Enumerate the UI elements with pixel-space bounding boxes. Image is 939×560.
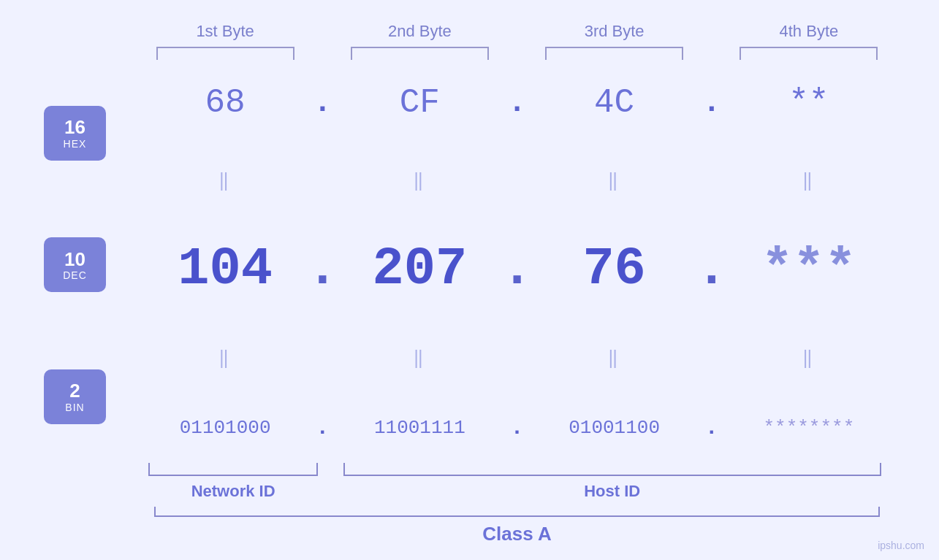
bin-byte1-value: 01101000 bbox=[180, 417, 271, 439]
hex-dot1: . bbox=[313, 88, 332, 118]
dec-byte2-col: 207 bbox=[333, 239, 506, 299]
bin-byte4-value: ******** bbox=[763, 417, 854, 439]
eq1-col4: ‖ bbox=[723, 170, 895, 191]
dec-byte4-value: *** bbox=[761, 239, 856, 299]
byte2-col-header: 2nd Byte bbox=[333, 22, 506, 60]
byte4-label: 4th Byte bbox=[780, 22, 839, 41]
eq1-col3: ‖ bbox=[528, 170, 701, 191]
eq1-col1: ‖ bbox=[139, 170, 311, 191]
bin-byte2-col: 11001111 bbox=[333, 417, 506, 439]
hex-dot3: . bbox=[702, 88, 721, 118]
dec-badge-number: 10 bbox=[64, 249, 85, 270]
bottom-section: Network ID Host ID Class A bbox=[44, 463, 895, 545]
hex-badge-name: HEX bbox=[64, 138, 87, 150]
dec-badge: 10 DEC bbox=[44, 237, 106, 292]
byte3-bracket-top bbox=[545, 47, 683, 60]
dec-byte3-col: 76 bbox=[528, 239, 701, 299]
hex-byte3-col: 4C bbox=[528, 84, 701, 122]
hex-byte3-value: 4C bbox=[594, 84, 634, 122]
equals-row-2: ‖ ‖ ‖ ‖ bbox=[139, 348, 895, 369]
main-grid: 16 HEX 10 DEC 2 BIN 68 . CF bbox=[44, 60, 895, 463]
bin-badge-name: BIN bbox=[65, 402, 84, 413]
bin-dot1: . bbox=[316, 417, 329, 439]
class-bracket-bottom bbox=[154, 507, 881, 517]
dec-byte3-value: 76 bbox=[582, 239, 645, 299]
host-bracket-bottom bbox=[343, 463, 881, 476]
dec-badge-name: DEC bbox=[63, 269, 87, 281]
dec-byte2-value: 207 bbox=[373, 239, 468, 299]
hex-badge-number: 16 bbox=[64, 117, 85, 138]
byte3-label: 3rd Byte bbox=[585, 22, 645, 41]
equals-row-1: ‖ ‖ ‖ ‖ bbox=[139, 169, 895, 191]
byte4-bracket-top bbox=[740, 47, 878, 60]
bin-dot3: . bbox=[705, 417, 718, 439]
dec-byte1-col: 104 bbox=[139, 239, 311, 299]
host-id-bracket: Host ID bbox=[329, 463, 895, 501]
hex-byte2-col: CF bbox=[333, 84, 506, 122]
class-label: Class A bbox=[482, 523, 551, 545]
host-id-label: Host ID bbox=[584, 482, 640, 501]
eq2-sym4: ‖ bbox=[802, 348, 816, 369]
hex-byte1-value: 68 bbox=[205, 84, 246, 122]
network-id-label: Network ID bbox=[191, 482, 275, 501]
eq2-col4: ‖ bbox=[723, 348, 895, 369]
byte4-col-header: 4th Byte bbox=[723, 22, 895, 60]
dec-row: 104 . 207 . 76 . *** bbox=[139, 239, 895, 299]
network-id-bracket: Network ID bbox=[139, 463, 327, 501]
byte3-col-header: 3rd Byte bbox=[528, 22, 701, 60]
network-bracket-bottom bbox=[148, 463, 318, 476]
eq1-sym2: ‖ bbox=[413, 170, 426, 191]
hex-byte4-value: ** bbox=[788, 84, 829, 122]
base-labels-col: 16 HEX 10 DEC 2 BIN bbox=[44, 60, 139, 463]
bin-row: 01101000 . 11001111 . 01001100 . *******… bbox=[139, 417, 895, 439]
bin-badge: 2 BIN bbox=[44, 369, 106, 424]
byte1-bracket-top bbox=[156, 47, 294, 60]
byte1-label: 1st Byte bbox=[196, 22, 254, 41]
eq1-col2: ‖ bbox=[333, 170, 506, 191]
bin-badge-number: 2 bbox=[69, 380, 80, 402]
eq2-sym1: ‖ bbox=[218, 348, 232, 369]
eq1-sym4: ‖ bbox=[802, 170, 816, 191]
bin-byte1-col: 01101000 bbox=[139, 417, 311, 439]
byte1-col-header: 1st Byte bbox=[139, 22, 311, 60]
bin-byte2-value: 11001111 bbox=[374, 417, 465, 439]
hex-badge: 16 HEX bbox=[44, 106, 106, 161]
bin-dot2: . bbox=[510, 417, 523, 439]
main-container: 1st Byte 2nd Byte 3rd Byte 4th Byte 16 H… bbox=[0, 0, 939, 560]
data-columns: 68 . CF . 4C . ** ‖ ‖ bbox=[139, 60, 895, 463]
eq2-col3: ‖ bbox=[528, 348, 701, 369]
bracket-labels-row: Network ID Host ID bbox=[139, 463, 895, 501]
eq2-col1: ‖ bbox=[139, 348, 311, 369]
watermark: ipshu.com bbox=[878, 540, 924, 551]
eq2-sym3: ‖ bbox=[607, 348, 620, 369]
hex-dot2: . bbox=[508, 88, 526, 118]
byte-labels-row: 1st Byte 2nd Byte 3rd Byte 4th Byte bbox=[44, 22, 895, 60]
bin-byte3-value: 01001100 bbox=[569, 417, 660, 439]
dec-byte1-value: 104 bbox=[178, 239, 273, 299]
hex-byte4-col: ** bbox=[723, 84, 895, 122]
hex-byte2-value: CF bbox=[400, 84, 440, 122]
eq1-sym1: ‖ bbox=[218, 170, 232, 191]
dec-byte4-col: *** bbox=[723, 239, 895, 299]
byte2-label: 2nd Byte bbox=[388, 22, 452, 41]
hex-row: 68 . CF . 4C . ** bbox=[139, 84, 895, 122]
eq2-col2: ‖ bbox=[333, 348, 506, 369]
class-row: Class A bbox=[139, 507, 895, 545]
eq2-sym2: ‖ bbox=[413, 348, 426, 369]
bin-byte3-col: 01001100 bbox=[528, 417, 701, 439]
byte2-bracket-top bbox=[351, 47, 489, 60]
eq1-sym3: ‖ bbox=[607, 170, 620, 191]
bin-byte4-col: ******** bbox=[723, 417, 895, 439]
hex-byte1-col: 68 bbox=[139, 84, 311, 122]
